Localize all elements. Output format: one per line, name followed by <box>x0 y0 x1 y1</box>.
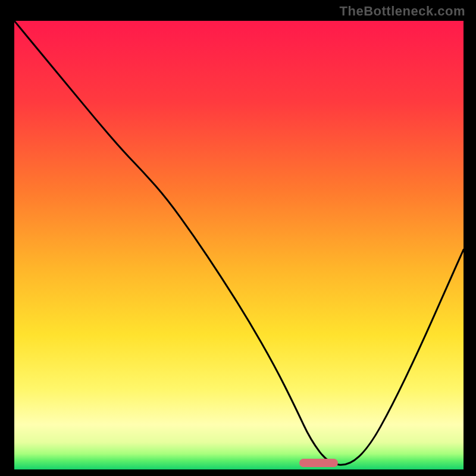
curve-path <box>14 21 464 465</box>
page-root: TheBottleneck.com <box>0 0 476 476</box>
optimal-range-marker <box>299 459 338 467</box>
watermark-text: TheBottleneck.com <box>340 4 465 19</box>
chart-curve <box>14 21 464 469</box>
chart-plot-area <box>12 19 465 471</box>
